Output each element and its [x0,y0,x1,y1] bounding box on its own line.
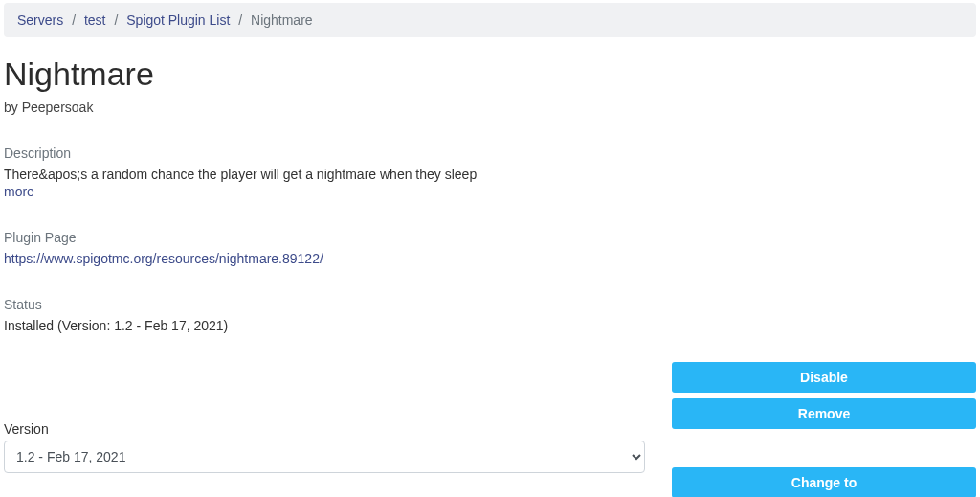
breadcrumb-separator: / [234,12,247,28]
description-text: There&apos;s a random chance the player … [4,167,976,182]
change-to-button[interactable]: Change to [672,467,976,497]
breadcrumb-separator: / [67,12,80,28]
breadcrumb: Servers / test / Spigot Plugin List / Ni… [4,3,976,37]
status-text: Installed (Version: 1.2 - Feb 17, 2021) [4,318,976,333]
breadcrumb-link-spigot-plugin-list[interactable]: Spigot Plugin List [126,12,230,28]
version-label: Version [4,421,645,437]
plugin-page-link[interactable]: https://www.spigotmc.org/resources/night… [4,251,323,266]
plugin-author: by Peepersoak [4,100,976,115]
disable-button[interactable]: Disable [672,362,976,393]
breadcrumb-current: Nightmare [251,12,313,28]
remove-button[interactable]: Remove [672,398,976,429]
breadcrumb-link-test[interactable]: test [84,12,106,28]
plugin-title: Nightmare [4,55,976,94]
description-label: Description [4,146,976,161]
status-label: Status [4,297,976,312]
version-select[interactable]: 1.2 - Feb 17, 2021 [4,441,645,473]
plugin-page-label: Plugin Page [4,230,976,245]
action-buttons: Disable Remove Change to [672,362,976,497]
more-link[interactable]: more [4,184,34,199]
breadcrumb-separator: / [109,12,122,28]
breadcrumb-link-servers[interactable]: Servers [17,12,63,28]
version-area: Version 1.2 - Feb 17, 2021 [4,421,645,473]
